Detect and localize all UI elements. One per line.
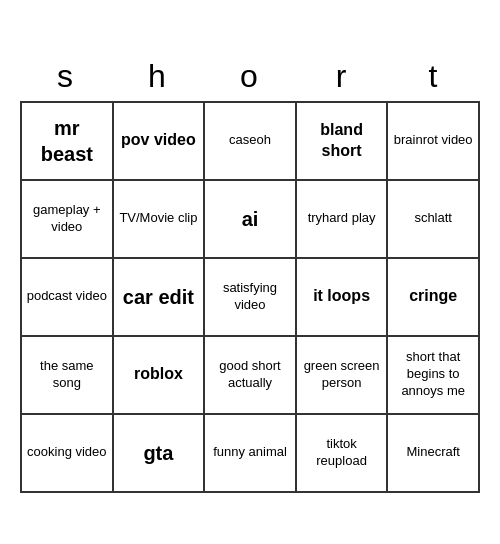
cell-text: good short actually (209, 358, 291, 392)
cell-text: schlatt (414, 210, 452, 227)
bingo-cell: tryhard play (297, 181, 389, 259)
bingo-cell: the same song (22, 337, 114, 415)
header-letter: r (296, 52, 388, 101)
bingo-cell: satisfying video (205, 259, 297, 337)
bingo-cell: green screen person (297, 337, 389, 415)
cell-text: green screen person (301, 358, 383, 392)
cell-text: brainrot video (394, 132, 473, 149)
cell-text: roblox (134, 364, 183, 385)
bingo-card: short mr beastpov videocaseohbland short… (10, 42, 490, 503)
bingo-cell: schlatt (388, 181, 480, 259)
bingo-cell: podcast video (22, 259, 114, 337)
cell-text: funny animal (213, 444, 287, 461)
bingo-cell: caseoh (205, 103, 297, 181)
bingo-cell: pov video (114, 103, 206, 181)
cell-text: tryhard play (308, 210, 376, 227)
cell-text: podcast video (27, 288, 107, 305)
cell-text: ai (242, 206, 259, 232)
cell-text: the same song (26, 358, 108, 392)
bingo-cell: it loops (297, 259, 389, 337)
header-letter: s (20, 52, 112, 101)
bingo-cell: Minecraft (388, 415, 480, 493)
bingo-cell: cringe (388, 259, 480, 337)
bingo-grid: mr beastpov videocaseohbland shortbrainr… (20, 101, 480, 493)
bingo-cell: ai (205, 181, 297, 259)
cell-text: mr beast (26, 115, 108, 167)
cell-text: gta (143, 440, 173, 466)
cell-text: TV/Movie clip (119, 210, 197, 227)
bingo-cell: funny animal (205, 415, 297, 493)
cell-text: Minecraft (406, 444, 459, 461)
cell-text: gameplay + video (26, 202, 108, 236)
cell-text: cringe (409, 286, 457, 307)
cell-text: pov video (121, 130, 196, 151)
cell-text: cooking video (27, 444, 107, 461)
bingo-cell: gameplay + video (22, 181, 114, 259)
bingo-cell: TV/Movie clip (114, 181, 206, 259)
bingo-cell: tiktok reupload (297, 415, 389, 493)
bingo-cell: cooking video (22, 415, 114, 493)
bingo-cell: brainrot video (388, 103, 480, 181)
cell-text: tiktok reupload (301, 436, 383, 470)
header-letter: t (388, 52, 480, 101)
bingo-cell: bland short (297, 103, 389, 181)
cell-text: caseoh (229, 132, 271, 149)
bingo-cell: good short actually (205, 337, 297, 415)
header-letter: o (204, 52, 296, 101)
bingo-cell: mr beast (22, 103, 114, 181)
bingo-header: short (20, 52, 480, 101)
header-letter: h (112, 52, 204, 101)
cell-text: short that begins to annoys me (392, 349, 474, 400)
cell-text: bland short (301, 120, 383, 162)
cell-text: car edit (123, 284, 194, 310)
cell-text: it loops (313, 286, 370, 307)
bingo-cell: roblox (114, 337, 206, 415)
bingo-cell: short that begins to annoys me (388, 337, 480, 415)
cell-text: satisfying video (209, 280, 291, 314)
bingo-cell: gta (114, 415, 206, 493)
bingo-cell: car edit (114, 259, 206, 337)
